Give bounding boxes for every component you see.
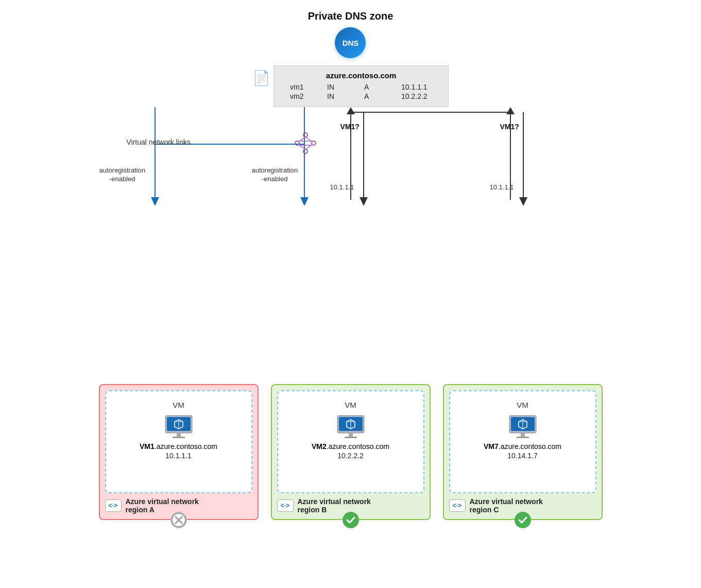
dns-zone-title: Private DNS zone xyxy=(308,10,394,22)
svg-point-17 xyxy=(312,141,316,145)
vm1-query-label-right: VM1? xyxy=(500,123,519,131)
record2-ip: 10.2.2.2 xyxy=(401,92,432,100)
record1-type: A xyxy=(364,83,395,91)
region-c-monitor-icon xyxy=(507,414,538,440)
autoregistration-label-center: autoregistration-enabled xyxy=(252,166,298,184)
region-b-icon: <·> xyxy=(277,499,294,512)
svg-line-20 xyxy=(305,137,312,141)
svg-line-21 xyxy=(305,145,312,149)
region-b-vm-ip: 10.2.2.2 xyxy=(337,452,364,460)
vnet-links-label: Virtual network links xyxy=(127,138,191,146)
svg-point-16 xyxy=(303,133,307,137)
dns-records-wrapper: 📄 azure.contoso.com vm1 IN A 10.1.1.1 vm… xyxy=(252,65,449,107)
region-c-vm-ip: 10.14.1.7 xyxy=(507,452,537,460)
region-b-box: VM VM2.azure.contoso.com 10.2.2.2 <·> A xyxy=(271,384,431,520)
region-c-status-badge xyxy=(515,512,531,528)
svg-line-22 xyxy=(299,137,305,141)
region-c-vm-label: VM xyxy=(517,401,528,409)
svg-rect-42 xyxy=(349,433,353,437)
record2-name: vm2 xyxy=(290,92,321,100)
region-b-vm-box: VM VM2.azure.contoso.com 10.2.2.2 xyxy=(277,390,424,493)
autoregistration-label-left: autoregistration-enabled xyxy=(99,166,146,184)
region-b-status-badge xyxy=(343,512,359,528)
svg-point-18 xyxy=(303,149,307,153)
region-a-box: VM VM1.azure.contoso.com xyxy=(99,384,259,520)
dns-header: Private DNS zone DNS xyxy=(308,10,394,63)
svg-rect-50 xyxy=(521,433,525,437)
dns-icon: DNS xyxy=(335,27,366,58)
svg-rect-51 xyxy=(517,437,529,438)
dns-records-box: azure.contoso.com vm1 IN A 10.1.1.1 vm2 … xyxy=(273,65,449,107)
diagram-container: Private DNS zone DNS 📄 azure.contoso.com… xyxy=(0,0,701,588)
svg-point-44 xyxy=(344,513,358,527)
svg-marker-1 xyxy=(151,197,159,206)
region-a-monitor-icon xyxy=(163,414,194,440)
region-c-name: Azure virtual networkregion C xyxy=(470,497,543,514)
region-c-icon: <·> xyxy=(449,499,466,512)
region-a-vm-name: VM1.azure.contoso.com xyxy=(140,442,217,451)
region-a-vm-label: VM xyxy=(173,401,184,409)
ip-response-label-right: 10.1.1.1 xyxy=(490,183,514,191)
svg-marker-13 xyxy=(519,197,527,206)
vm1-query-label-center: VM1? xyxy=(340,123,360,131)
region-a-name: Azure virtual networkregion A xyxy=(126,497,199,514)
svg-rect-31 xyxy=(177,433,181,437)
svg-rect-43 xyxy=(345,437,357,438)
region-b-vm-name: VM2.azure.contoso.com xyxy=(312,442,389,451)
svg-line-23 xyxy=(299,145,305,149)
region-a-status-badge xyxy=(170,512,187,528)
record1-name: vm1 xyxy=(290,83,321,91)
region-a-vm-ip: 10.1.1.1 xyxy=(165,452,192,460)
record1-ip: 10.1.1.1 xyxy=(401,83,432,91)
svg-point-19 xyxy=(295,141,299,145)
svg-marker-7 xyxy=(347,107,355,114)
region-b-monitor-icon xyxy=(335,414,366,440)
region-b-name: Azure virtual networkregion B xyxy=(298,497,371,514)
region-c-vm-name: VM7.azure.contoso.com xyxy=(484,442,561,451)
region-c-box: VM VM7.azure.contoso.com 10.14.1.7 <·> xyxy=(443,384,603,520)
record2-type: A xyxy=(364,92,395,100)
ip-response-label-center: 10.1.1.1 xyxy=(330,183,354,191)
dns-record-2: vm2 IN A 10.2.2.2 xyxy=(289,92,433,100)
middle-section: Virtual network links autoregistration-e… xyxy=(67,107,634,246)
svg-rect-32 xyxy=(173,437,185,438)
record1-class: IN xyxy=(327,83,358,91)
region-a-icon: <·> xyxy=(105,499,122,512)
region-b-vm-label: VM xyxy=(345,401,356,409)
vnet-links-icon xyxy=(294,132,317,157)
document-icon: 📄 xyxy=(252,70,270,87)
svg-marker-11 xyxy=(360,197,368,206)
regions-row: VM VM1.azure.contoso.com xyxy=(99,384,603,520)
svg-point-52 xyxy=(516,513,530,527)
dns-record-1: vm1 IN A 10.1.1.1 xyxy=(289,83,433,91)
record2-class: IN xyxy=(327,92,358,100)
region-a-vm-box: VM VM1.azure.contoso.com xyxy=(105,390,252,493)
dns-domain: azure.contoso.com xyxy=(289,71,433,80)
svg-marker-9 xyxy=(506,107,515,114)
svg-marker-5 xyxy=(300,197,309,206)
region-c-vm-box: VM VM7.azure.contoso.com 10.14.1.7 xyxy=(449,390,596,493)
